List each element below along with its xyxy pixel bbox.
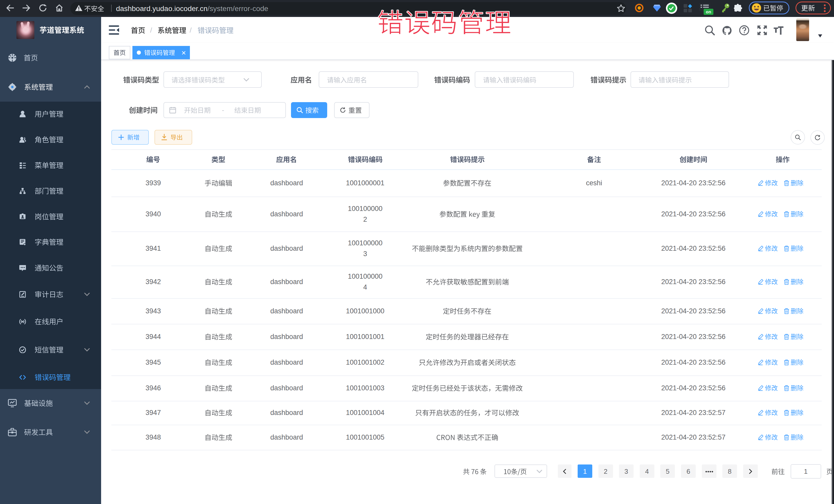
- svg-text:on: on: [706, 9, 711, 14]
